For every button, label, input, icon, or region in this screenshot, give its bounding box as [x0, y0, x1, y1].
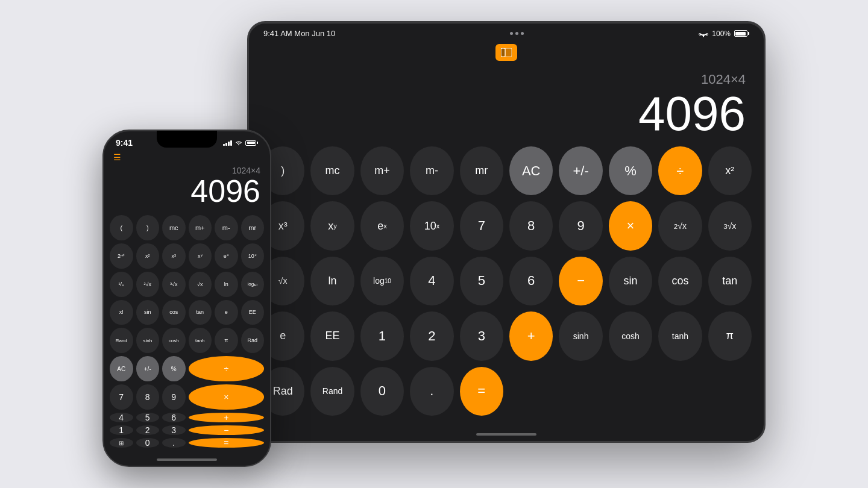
- iphone-btn-percent[interactable]: %: [162, 356, 186, 381]
- btn-equals[interactable]: =: [460, 367, 503, 416]
- iphone-btn-multiply[interactable]: ×: [189, 384, 265, 410]
- iphone-btn-7[interactable]: 7: [110, 384, 133, 410]
- iphone-btn-sin[interactable]: sin: [136, 300, 160, 325]
- btn-7[interactable]: 7: [460, 201, 503, 250]
- btn-ln[interactable]: ln: [310, 257, 354, 305]
- iphone-btn-9[interactable]: 9: [162, 384, 186, 410]
- btn-pi[interactable]: π: [708, 311, 752, 360]
- iphone-btn-cosh[interactable]: cosh: [162, 328, 186, 353]
- btn-mminus[interactable]: m-: [410, 146, 453, 195]
- btn-3[interactable]: 3: [460, 311, 503, 360]
- ipad-status-bar: 9:41 AM Mon Jun 10 100%: [249, 23, 764, 42]
- btn-8[interactable]: 8: [509, 201, 553, 250]
- iphone-menu-icon[interactable]: ☰: [113, 152, 121, 162]
- iphone-btn-menu[interactable]: ⊞: [110, 438, 133, 448]
- iphone-btn-3sqrtx[interactable]: ³√x: [162, 272, 186, 297]
- iphone-btn-close-paren[interactable]: ): [136, 215, 160, 240]
- sidebar-icon-svg: [501, 48, 512, 57]
- btn-xy[interactable]: xy: [310, 201, 354, 250]
- btn-plus-minus[interactable]: +/-: [559, 146, 602, 195]
- iphone-btn-plus-minus[interactable]: +/-: [136, 356, 160, 381]
- iphone-btn-0[interactable]: 0: [136, 438, 160, 448]
- btn-percent[interactable]: %: [609, 146, 652, 195]
- iphone-home-indicator: [157, 458, 217, 461]
- wifi-icon: [234, 140, 243, 146]
- iphone-btn-equals[interactable]: =: [189, 438, 265, 448]
- iphone-btn-ee[interactable]: EE: [241, 300, 265, 325]
- btn-cos[interactable]: cos: [658, 257, 702, 305]
- btn-subtract[interactable]: −: [559, 257, 602, 305]
- iphone-btn-divide[interactable]: ÷: [189, 356, 265, 381]
- btn-1[interactable]: 1: [360, 311, 404, 360]
- iphone-btn-6[interactable]: 6: [162, 413, 186, 422]
- btn-log10[interactable]: log10: [360, 257, 404, 305]
- btn-multiply[interactable]: ×: [609, 201, 652, 250]
- btn-ex[interactable]: ex: [360, 201, 404, 250]
- btn-ee[interactable]: EE: [310, 311, 354, 360]
- iphone-btn-5[interactable]: 5: [136, 413, 160, 422]
- btn-mplus[interactable]: m+: [360, 146, 404, 195]
- btn-decimal[interactable]: .: [410, 367, 453, 416]
- iphone-btn-2nd[interactable]: 2ⁿᵈ: [110, 243, 133, 269]
- iphone-btn-log10[interactable]: log₁₀: [241, 272, 265, 297]
- iphone-btn-1[interactable]: 1: [110, 425, 133, 435]
- btn-tanh[interactable]: tanh: [658, 311, 702, 360]
- btn-ac[interactable]: AC: [509, 146, 553, 195]
- ipad-sidebar-icon[interactable]: [495, 44, 517, 61]
- btn-3sqrtx[interactable]: 3√x: [708, 201, 752, 250]
- iphone-btn-x2[interactable]: x²: [136, 243, 160, 269]
- iphone-btn-add[interactable]: +: [189, 413, 265, 422]
- iphone-btn-mr[interactable]: mr: [241, 215, 265, 240]
- iphone-btn-e[interactable]: e: [215, 300, 238, 325]
- btn-rand[interactable]: Rand: [310, 367, 354, 416]
- btn-sin[interactable]: sin: [609, 257, 652, 305]
- iphone-btn-4[interactable]: 4: [110, 413, 133, 422]
- btn-10x[interactable]: 10x: [410, 201, 453, 250]
- btn-5[interactable]: 5: [460, 257, 503, 305]
- btn-6[interactable]: 6: [509, 257, 553, 305]
- iphone-btn-rad[interactable]: Rad: [241, 328, 265, 353]
- iphone-button-grid: ( ) mc m+ m- mr 2ⁿᵈ x² x³ xʸ eˣ 10ˣ ¹/ₓ …: [104, 213, 270, 454]
- iphone-btn-subtract[interactable]: −: [189, 425, 265, 435]
- btn-4[interactable]: 4: [410, 257, 453, 305]
- iphone-btn-decimal[interactable]: .: [162, 438, 186, 448]
- btn-x2[interactable]: x²: [708, 146, 752, 195]
- iphone-btn-factorial[interactable]: x!: [110, 300, 133, 325]
- iphone-btn-x3[interactable]: x³: [162, 243, 186, 269]
- iphone-btn-open-paren[interactable]: (: [110, 215, 133, 240]
- iphone-btn-ex[interactable]: eˣ: [215, 243, 238, 269]
- btn-mr[interactable]: mr: [460, 146, 503, 195]
- iphone-btn-xy[interactable]: xʸ: [189, 243, 212, 269]
- btn-tan[interactable]: tan: [708, 257, 752, 305]
- iphone-btn-inv[interactable]: ¹/ₓ: [110, 272, 133, 297]
- btn-cosh[interactable]: cosh: [609, 311, 652, 360]
- iphone-btn-3[interactable]: 3: [162, 425, 186, 435]
- iphone-btn-mminus[interactable]: m-: [215, 215, 238, 240]
- btn-0[interactable]: 0: [360, 367, 404, 416]
- iphone-btn-rand[interactable]: Rand: [110, 328, 133, 353]
- iphone-btn-8[interactable]: 8: [136, 384, 160, 410]
- iphone-btn-tan[interactable]: tan: [189, 300, 212, 325]
- iphone-btn-sqrtx[interactable]: √x: [189, 272, 212, 297]
- iphone-btn-ac[interactable]: AC: [110, 356, 133, 381]
- iphone-btn-mplus[interactable]: m+: [189, 215, 212, 240]
- btn-add[interactable]: +: [509, 311, 553, 360]
- iphone-btn-mc[interactable]: mc: [162, 215, 186, 240]
- iphone-time: 9:41: [116, 138, 133, 148]
- iphone-btn-sinh[interactable]: sinh: [136, 328, 160, 353]
- iphone-status-icons: [223, 140, 258, 146]
- btn-9[interactable]: 9: [559, 201, 602, 250]
- btn-sinh[interactable]: sinh: [559, 311, 602, 360]
- iphone-btn-2sqrtx[interactable]: ²√x: [136, 272, 160, 297]
- btn-2sqrtx[interactable]: 2√x: [658, 201, 702, 250]
- iphone-btn-tanh[interactable]: tanh: [189, 328, 212, 353]
- btn-divide[interactable]: ÷: [658, 146, 702, 195]
- iphone-btn-ln[interactable]: ln: [215, 272, 238, 297]
- btn-2[interactable]: 2: [410, 311, 453, 360]
- iphone-btn-pi[interactable]: π: [215, 328, 238, 353]
- iphone-btn-2[interactable]: 2: [136, 425, 160, 435]
- ipad-home-indicator: [476, 433, 536, 436]
- btn-mc[interactable]: mc: [310, 146, 354, 195]
- iphone-btn-10x[interactable]: 10ˣ: [241, 243, 265, 269]
- iphone-btn-cos[interactable]: cos: [162, 300, 186, 325]
